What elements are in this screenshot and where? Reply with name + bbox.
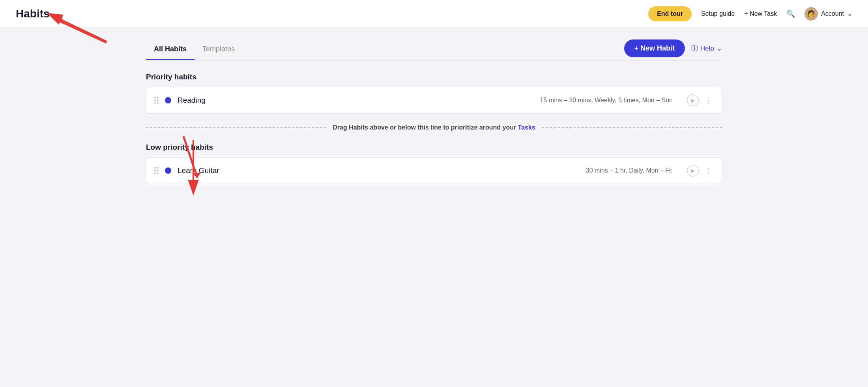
habit-color-dot: [165, 167, 171, 174]
account-menu[interactable]: 🧑 Account ⌄: [804, 7, 852, 21]
app-header: Habits End tour Setup guide + New Task 🔍…: [0, 0, 868, 28]
tab-list: All Habits Templates: [146, 40, 243, 60]
habit-name: Learn Guitar: [178, 166, 580, 175]
habit-actions: ▶ ⋮: [687, 165, 714, 177]
page-title: Habits: [16, 8, 50, 20]
play-button[interactable]: ▶: [687, 94, 699, 106]
play-button[interactable]: ▶: [687, 165, 699, 177]
habit-color-dot: [165, 97, 171, 103]
habit-card-learn-guitar: Learn Guitar 30 mins – 1 hr, Daily, Mon …: [146, 157, 722, 184]
chevron-down-icon: ⌄: [847, 10, 852, 17]
habit-card-reading: Reading 15 mins – 30 mins, Weekly, 5 tim…: [146, 87, 722, 114]
drag-handle[interactable]: [154, 97, 159, 104]
habit-name: Reading: [178, 96, 534, 105]
habit-meta: 15 mins – 30 mins, Weekly, 5 times, Mon …: [540, 97, 673, 104]
help-button[interactable]: ⓘ Help ⌄: [691, 44, 722, 53]
low-priority-section-label: Low priority habits: [146, 143, 722, 152]
account-label: Account: [821, 10, 844, 17]
divider-line-right: [542, 127, 722, 128]
priority-habits-section: Priority habits Reading 15 mins – 30 min…: [146, 73, 722, 114]
tasks-link[interactable]: Tasks: [518, 124, 535, 131]
end-tour-button[interactable]: End tour: [648, 6, 692, 21]
new-task-button[interactable]: + New Task: [744, 10, 777, 17]
divider-text: Drag Habits above or below this line to …: [333, 124, 535, 131]
tab-all-habits[interactable]: All Habits: [146, 40, 195, 60]
avatar: 🧑: [804, 7, 818, 21]
habit-meta: 30 mins – 1 hr, Daily, Mon – Fri: [586, 167, 673, 174]
more-options-button[interactable]: ⋮: [703, 166, 714, 175]
priority-section-label: Priority habits: [146, 73, 722, 81]
low-priority-habits-section: Low priority habits Learn Guitar 30 mins…: [146, 143, 722, 184]
more-options-button[interactable]: ⋮: [703, 96, 714, 105]
header-actions: End tour Setup guide + New Task 🔍 🧑 Acco…: [648, 6, 852, 21]
tab-templates[interactable]: Templates: [195, 40, 243, 60]
chevron-down-icon: ⌄: [716, 44, 722, 53]
tabs-right-actions: + New Habit ⓘ Help ⌄: [624, 39, 722, 60]
help-circle-icon: ⓘ: [691, 44, 698, 53]
drag-handle[interactable]: [154, 167, 159, 174]
tabs-row: All Habits Templates + New Habit ⓘ Help …: [146, 39, 722, 61]
priority-divider: Drag Habits above or below this line to …: [146, 124, 722, 131]
search-icon[interactable]: 🔍: [786, 9, 795, 18]
new-habit-button[interactable]: + New Habit: [624, 39, 685, 57]
main-content: All Habits Templates + New Habit ⓘ Help …: [130, 28, 738, 197]
divider-line-left: [146, 127, 326, 128]
habit-actions: ▶ ⋮: [687, 94, 714, 106]
setup-guide-link[interactable]: Setup guide: [701, 10, 735, 17]
